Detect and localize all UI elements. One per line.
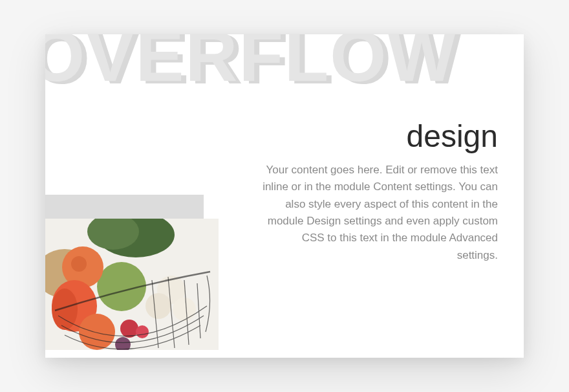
basket-icon — [45, 219, 219, 350]
svg-point-6 — [71, 256, 87, 272]
svg-point-8 — [52, 289, 78, 330]
svg-point-13 — [120, 320, 138, 338]
gray-decorative-block — [45, 195, 204, 221]
design-card: OVERFLOW OVERFLOW design Your content go… — [45, 34, 524, 358]
svg-point-11 — [145, 293, 171, 319]
body-text: Your content goes here. Edit or remove t… — [259, 162, 498, 264]
overflow-text: OVERFLOW — [45, 34, 457, 93]
svg-point-14 — [136, 325, 149, 338]
content-section: design Your content goes here. Edit or r… — [259, 118, 498, 264]
vegetable-basket-image — [45, 219, 219, 350]
svg-point-9 — [79, 314, 115, 350]
svg-point-12 — [173, 298, 196, 321]
heading: design — [259, 118, 498, 154]
